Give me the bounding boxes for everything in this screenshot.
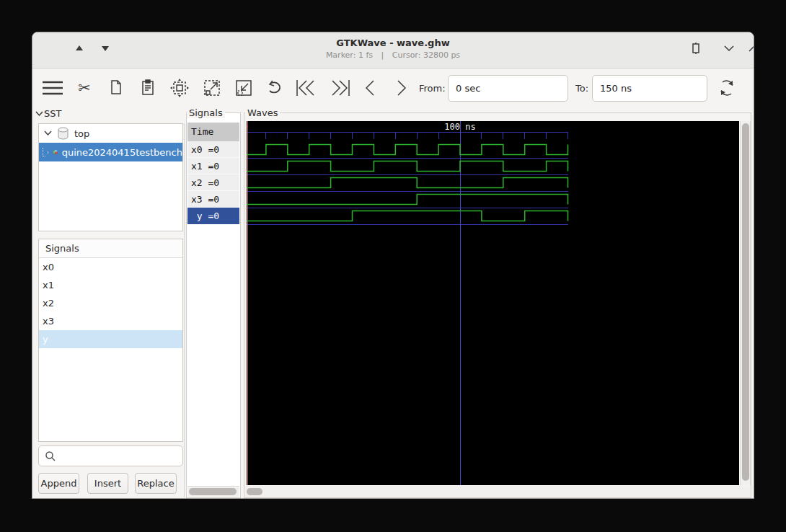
pane-splitter-left[interactable] [184,123,185,497]
values-row[interactable]: x0 =0 [187,141,239,158]
values-hscrollbar-thumb[interactable] [189,488,237,495]
waves-frame: 0100 ns [244,112,751,498]
expander-right-icon[interactable] [47,148,49,156]
undo-arrow-icon [265,79,284,97]
clipboard-icon [140,79,156,97]
signal-list: x0x1x2x3y [39,258,182,348]
signal-list-panel: Signals x0x1x2x3y [38,239,183,442]
zoom-in-button[interactable] [201,76,223,99]
copy-icon [108,79,124,97]
waves-vscrollbar[interactable] [740,121,751,485]
replace-button[interactable]: Replace [135,473,177,494]
chevron-left-icon [363,79,377,97]
signal-list-header: Signals [39,239,182,258]
cursor-status: Cursor: 32800 ps [392,50,460,60]
skip-to-end-button[interactable] [327,76,351,99]
reload-button[interactable] [716,76,738,99]
double-chevron-left-bar-icon [296,79,319,97]
double-chevron-right-bar-icon [327,79,350,97]
values-row[interactable]: x1 =0 [187,158,239,174]
cut-button[interactable]: ✂ [74,76,94,99]
to-input[interactable] [592,75,707,102]
values-frame: Time x0 =0x1 =0x2 =0x3 =0 y =0 [186,112,241,498]
sst-pane: SST [44,108,61,119]
tree-item-top[interactable]: top [39,124,182,143]
insert-button[interactable]: Insert [87,473,128,494]
signal-list-item-x2[interactable]: x2 [39,294,182,312]
database-icon [57,127,69,140]
timeline-origin-label: 0 [247,122,247,132]
signal-list-item-y[interactable]: y [39,330,182,348]
chevron-down-icon [724,45,734,52]
reload-icon [717,79,736,97]
minimize-button[interactable] [720,39,738,58]
to-label: To: [575,83,588,94]
search-input[interactable] [59,447,180,465]
fullscreen-button[interactable] [686,39,705,58]
menu-button[interactable] [41,76,64,99]
zoom-fit-icon [169,78,190,98]
values-hscrollbar[interactable] [187,486,239,497]
wave-trace-y [247,211,568,221]
undo-button[interactable] [265,76,285,99]
tree-item-testbench[interactable]: quine20240415testbench [39,143,182,161]
values-list: x0 =0x1 =0x2 =0x3 =0 y =0 [187,141,239,224]
zoom-in-icon [203,79,221,97]
append-button[interactable]: Append [38,473,79,494]
zoom-out-icon [234,79,253,97]
fullscreen-icon [689,42,702,55]
titlebar[interactable]: GTKWave - wave.ghw Marker: 1 fs | Cursor… [32,32,754,68]
waveform-canvas[interactable]: 0100 ns [247,121,739,485]
sst-pane-label: SST [44,108,61,119]
chevron-up-icon [749,45,754,52]
prev-edge-button[interactable] [361,76,379,99]
paste-button[interactable] [138,76,158,99]
waves-frame-label: Waves [245,107,280,118]
window-subtitle: Marker: 1 fs | Cursor: 32800 ps [32,50,754,60]
scissors-icon: ✂ [78,79,91,97]
next-edge-button[interactable] [393,76,410,99]
timeline-major-label: 100 ns [444,122,475,132]
tree-item-label: quine20240415testbench [62,147,182,158]
values-row[interactable]: x3 =0 [187,191,239,208]
screen-background: GTKWave - wave.ghw Marker: 1 fs | Cursor… [0,0,786,532]
wave-trace-x2 [247,178,568,188]
waves-hscrollbar[interactable] [245,486,751,497]
signal-list-item-x0[interactable]: x0 [39,258,182,276]
hamburger-menu-icon [42,80,63,96]
tree-item-label: top [74,128,89,139]
skip-to-start-button[interactable] [295,76,319,99]
window-title: GTKWave - wave.ghw [32,37,754,48]
tree-guide [43,148,45,156]
values-row[interactable]: x2 =0 [187,174,239,191]
signal-list-item-x1[interactable]: x1 [39,276,182,294]
search-box[interactable] [38,445,183,466]
from-input[interactable] [448,75,568,102]
expander-down-icon[interactable] [44,130,52,136]
gtkwave-window: GTKWave - wave.ghw Marker: 1 fs | Cursor… [32,32,754,499]
module-icon [53,146,58,159]
values-row[interactable]: y =0 [187,208,239,224]
sst-tree[interactable]: top quine20240415testbench [38,123,183,231]
zoom-out-button[interactable] [233,76,255,99]
waves-hscrollbar-thumb[interactable] [247,488,262,495]
marker-status: Marker: 1 fs [326,50,373,60]
wave-trace-x3 [247,195,568,205]
values-frame-label: Signals [187,107,225,118]
time-header: Time [187,123,239,141]
search-icon [45,451,56,462]
chevron-right-icon [394,79,409,97]
zoom-fit-button[interactable] [168,76,191,99]
copy-button[interactable] [106,76,126,99]
from-label: From: [419,83,446,94]
signal-list-item-x3[interactable]: x3 [39,312,182,330]
wave-trace-x1 [247,161,568,172]
subtitle-separator: | [381,50,384,60]
collapse-chevron-icon[interactable] [35,111,43,117]
waves-vscrollbar-thumb[interactable] [742,123,749,481]
maximize-button[interactable] [744,39,754,58]
wave-trace-x0 [247,145,568,155]
